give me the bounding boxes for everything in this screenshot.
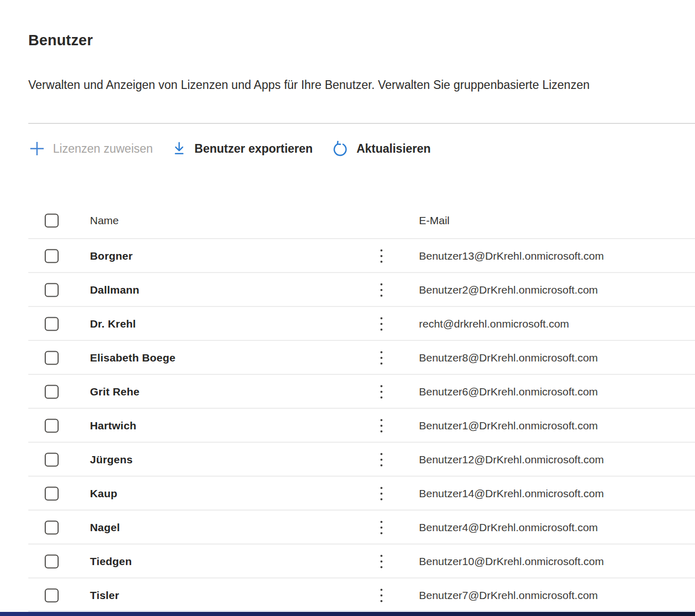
ellipsis-dot bbox=[380, 555, 382, 557]
row-checkbox[interactable] bbox=[45, 351, 59, 365]
vertical-ellipsis-icon[interactable] bbox=[376, 349, 387, 367]
ellipsis-dot bbox=[380, 295, 382, 297]
vertical-ellipsis-icon[interactable] bbox=[376, 383, 387, 401]
user-email: Benutzer12@DrKrehl.onmicrosoft.com bbox=[419, 454, 604, 466]
table-row[interactable]: Elisabeth Boege Benutzer8@DrKrehl.onmicr… bbox=[0, 341, 695, 375]
ellipsis-dot bbox=[380, 396, 382, 398]
user-email: Benutzer10@DrKrehl.onmicrosoft.com bbox=[419, 555, 604, 568]
ellipsis-dot bbox=[380, 289, 382, 291]
ellipsis-dot bbox=[380, 357, 382, 359]
vertical-ellipsis-icon[interactable] bbox=[376, 451, 387, 468]
refresh-icon bbox=[332, 141, 348, 157]
command-bar: Lizenzen zuweisen Benutzer exportieren A… bbox=[28, 134, 432, 163]
page-title: Benutzer bbox=[28, 32, 93, 49]
row-checkbox[interactable] bbox=[45, 249, 59, 263]
user-name: Tiedgen bbox=[90, 555, 132, 568]
user-table-header: Name E-Mail bbox=[0, 202, 695, 239]
table-row[interactable]: Tisler Benutzer7@DrKrehl.onmicrosoft.com bbox=[0, 578, 695, 612]
ellipsis-dot bbox=[380, 425, 382, 427]
ellipsis-dot bbox=[380, 560, 382, 563]
ellipsis-dot bbox=[380, 323, 382, 325]
user-table: Name E-Mail Borgner Benutzer13@DrKrehl.o… bbox=[0, 202, 695, 612]
user-email: Benutzer6@DrKrehl.onmicrosoft.com bbox=[419, 386, 598, 398]
row-checkbox[interactable] bbox=[45, 419, 59, 433]
select-all-checkbox[interactable] bbox=[45, 214, 59, 228]
ellipsis-dot bbox=[380, 317, 382, 319]
ellipsis-dot bbox=[380, 453, 382, 455]
vertical-ellipsis-icon[interactable] bbox=[376, 281, 387, 299]
ellipsis-dot bbox=[380, 487, 382, 489]
ellipsis-dot bbox=[380, 255, 382, 257]
user-name: Kaup bbox=[90, 487, 117, 500]
table-row[interactable]: Kaup Benutzer14@DrKrehl.onmicrosoft.com bbox=[0, 477, 695, 511]
table-row[interactable]: Grit Rehe Benutzer6@DrKrehl.onmicrosoft.… bbox=[0, 375, 695, 409]
user-name: Dallmann bbox=[90, 284, 139, 296]
assign-licenses-button[interactable]: Lizenzen zuweisen bbox=[28, 141, 154, 156]
row-checkbox[interactable] bbox=[45, 555, 59, 569]
user-email: Benutzer8@DrKrehl.onmicrosoft.com bbox=[419, 352, 598, 364]
ellipsis-dot bbox=[380, 532, 382, 534]
user-name: Grit Rehe bbox=[90, 386, 139, 398]
row-checkbox[interactable] bbox=[45, 589, 59, 603]
ellipsis-dot bbox=[380, 493, 382, 495]
vertical-ellipsis-icon[interactable] bbox=[376, 417, 387, 434]
ellipsis-dot bbox=[380, 351, 382, 353]
vertical-ellipsis-icon[interactable] bbox=[376, 485, 387, 502]
row-checkbox[interactable] bbox=[45, 317, 59, 331]
row-checkbox[interactable] bbox=[45, 385, 59, 399]
ellipsis-dot bbox=[380, 283, 382, 285]
table-row[interactable]: Dr. Krehl recht@drkrehl.onmicrosoft.com bbox=[0, 307, 695, 341]
plus-icon bbox=[29, 141, 45, 156]
export-users-label: Benutzer exportieren bbox=[194, 142, 313, 156]
user-name: Dr. Krehl bbox=[90, 318, 136, 330]
user-email: Benutzer13@DrKrehl.onmicrosoft.com bbox=[419, 250, 604, 262]
ellipsis-dot bbox=[380, 261, 382, 263]
row-checkbox[interactable] bbox=[45, 521, 59, 535]
ellipsis-dot bbox=[380, 594, 382, 596]
vertical-ellipsis-icon[interactable] bbox=[376, 315, 387, 333]
table-row[interactable]: Borgner Benutzer13@DrKrehl.onmicrosoft.c… bbox=[0, 239, 695, 273]
table-row[interactable]: Hartwich Benutzer1@DrKrehl.onmicrosoft.c… bbox=[0, 409, 695, 443]
table-row[interactable]: Tiedgen Benutzer10@DrKrehl.onmicrosoft.c… bbox=[0, 545, 695, 578]
user-email: Benutzer2@DrKrehl.onmicrosoft.com bbox=[419, 284, 598, 296]
ellipsis-dot bbox=[380, 464, 382, 466]
ellipsis-dot bbox=[380, 459, 382, 461]
table-row[interactable]: Jürgens Benutzer12@DrKrehl.onmicrosoft.c… bbox=[0, 443, 695, 477]
user-email: Benutzer14@DrKrehl.onmicrosoft.com bbox=[419, 487, 604, 500]
ellipsis-dot bbox=[380, 363, 382, 365]
ellipsis-dot bbox=[380, 329, 382, 331]
ellipsis-dot bbox=[380, 527, 382, 529]
ellipsis-dot bbox=[380, 419, 382, 421]
table-row[interactable]: Nagel Benutzer4@DrKrehl.onmicrosoft.com bbox=[0, 511, 695, 545]
bottom-navy-bar bbox=[0, 612, 695, 616]
user-table-body: Borgner Benutzer13@DrKrehl.onmicrosoft.c… bbox=[0, 239, 695, 612]
vertical-ellipsis-icon[interactable] bbox=[376, 247, 387, 265]
toolbar-divider bbox=[28, 123, 695, 124]
user-name: Borgner bbox=[90, 250, 133, 262]
page-description: Verwalten und Anzeigen von Lizenzen und … bbox=[28, 78, 695, 92]
vertical-ellipsis-icon[interactable] bbox=[376, 553, 387, 570]
user-email: recht@drkrehl.onmicrosoft.com bbox=[419, 318, 569, 330]
row-checkbox[interactable] bbox=[45, 453, 59, 467]
ellipsis-dot bbox=[380, 521, 382, 523]
refresh-label: Aktualisieren bbox=[356, 142, 430, 156]
refresh-button[interactable]: Aktualisieren bbox=[331, 141, 431, 157]
user-email: Benutzer1@DrKrehl.onmicrosoft.com bbox=[419, 420, 598, 432]
download-icon bbox=[172, 141, 186, 156]
vertical-ellipsis-icon[interactable] bbox=[376, 587, 387, 604]
vertical-ellipsis-icon[interactable] bbox=[376, 519, 387, 536]
column-header-email: E-Mail bbox=[419, 214, 450, 227]
ellipsis-dot bbox=[380, 498, 382, 500]
export-users-button[interactable]: Benutzer exportieren bbox=[171, 141, 314, 156]
user-name: Hartwich bbox=[90, 420, 136, 432]
ellipsis-dot bbox=[380, 600, 382, 602]
assign-licenses-label: Lizenzen zuweisen bbox=[53, 142, 153, 156]
row-checkbox[interactable] bbox=[45, 487, 59, 501]
ellipsis-dot bbox=[380, 566, 382, 568]
user-name: Jürgens bbox=[90, 454, 133, 466]
user-name: Tisler bbox=[90, 589, 119, 602]
table-row[interactable]: Dallmann Benutzer2@DrKrehl.onmicrosoft.c… bbox=[0, 273, 695, 307]
user-email: Benutzer7@DrKrehl.onmicrosoft.com bbox=[419, 589, 598, 602]
row-checkbox[interactable] bbox=[45, 283, 59, 297]
user-email: Benutzer4@DrKrehl.onmicrosoft.com bbox=[419, 521, 598, 534]
